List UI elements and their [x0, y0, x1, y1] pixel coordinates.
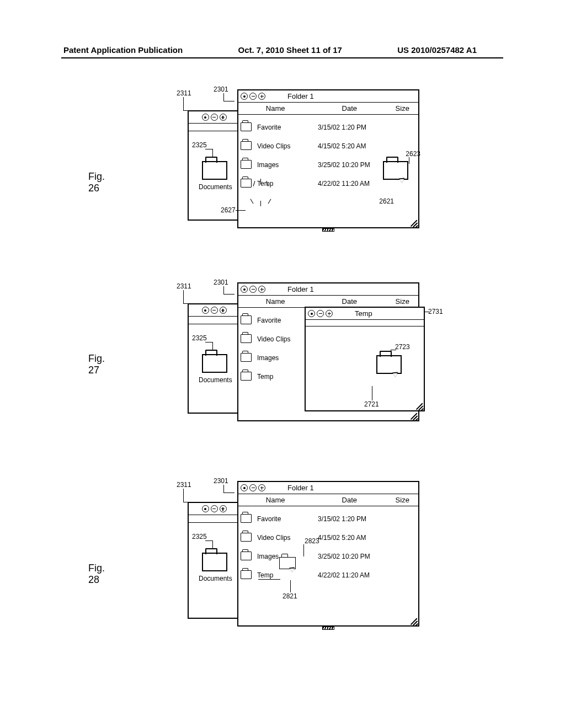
col-size[interactable]: Size: [386, 496, 418, 504]
list-item[interactable]: Favorite 3/15/02 1:20 PM: [241, 510, 416, 528]
minimize-icon[interactable]: [249, 484, 257, 491]
folder-icon: [241, 179, 252, 188]
temp-window[interactable]: Temp: [305, 307, 425, 411]
folder-icon[interactable]: [202, 354, 227, 373]
resize-grip-icon[interactable]: [409, 218, 417, 226]
col-name[interactable]: Name: [238, 297, 312, 306]
col-size[interactable]: Size: [386, 104, 418, 113]
header-left: Patent Application Publication: [63, 45, 183, 55]
ref-2325: 2325: [192, 334, 207, 342]
window-controls[interactable]: [202, 307, 227, 314]
folder-icon: [241, 160, 252, 169]
col-name[interactable]: Name: [238, 104, 312, 113]
folder-icon[interactable]: [202, 553, 227, 571]
window-title: Temp: [355, 309, 372, 318]
ref-2301: 2301: [214, 279, 228, 286]
window-controls[interactable]: [241, 93, 265, 100]
col-date[interactable]: Date: [312, 496, 386, 504]
list-item[interactable]: Temp 4/22/02 11:20 AM: [241, 566, 416, 585]
ref-2821: 2821: [282, 592, 297, 600]
zoom-icon[interactable]: [220, 307, 227, 314]
col-size[interactable]: Size: [386, 297, 418, 306]
folder-icon: [241, 334, 252, 343]
zoom-icon[interactable]: [258, 93, 265, 100]
folder-icon: [241, 372, 252, 381]
window-controls[interactable]: [241, 286, 265, 293]
minimize-icon[interactable]: [211, 114, 218, 121]
ref-2311: 2311: [177, 282, 191, 290]
ref-2301: 2301: [214, 477, 228, 485]
main-window-28[interactable]: Folder 1 Name Date Size Favorite 3/15/02…: [237, 481, 419, 627]
folder-icon: [241, 514, 252, 523]
list-item[interactable]: Video Clips 4/15/02 5:20 AM: [241, 528, 416, 547]
window-controls[interactable]: [241, 484, 265, 491]
ref-2721: 2721: [364, 400, 379, 408]
col-date[interactable]: Date: [312, 104, 386, 113]
window-controls[interactable]: [308, 310, 333, 317]
resize-grip-icon[interactable]: [409, 411, 417, 419]
ref-2311: 2311: [177, 481, 191, 489]
column-header: Name Date Size: [238, 103, 418, 115]
sidebar-window[interactable]: 2325 Documents: [188, 110, 241, 221]
resize-grip-icon[interactable]: [409, 617, 417, 624]
window-title: Folder 1: [287, 484, 314, 492]
minimize-icon[interactable]: [317, 310, 324, 317]
ref-2301: 2301: [214, 85, 228, 93]
close-icon[interactable]: [308, 310, 315, 317]
folder-icon: [241, 533, 252, 542]
ref-2731: 2731: [428, 308, 443, 315]
window-title: Folder 1: [287, 92, 314, 100]
minimize-icon[interactable]: [211, 505, 218, 512]
zoom-icon[interactable]: [258, 286, 265, 293]
list-item[interactable]: Favorite 3/15/02 1:20 PM: [241, 118, 416, 137]
scroll-indicator-icon: [322, 627, 334, 630]
ref-2823: 2823: [305, 537, 319, 545]
folder-icon: [241, 552, 252, 560]
ref-2311: 2311: [177, 89, 191, 97]
folder-icon: [241, 315, 252, 324]
drag-outline-icon: [376, 355, 402, 374]
scroll-indicator-icon: [322, 228, 334, 232]
col-date[interactable]: Date: [312, 297, 386, 306]
sidebar-documents-label: Documents: [199, 376, 232, 384]
zoom-icon[interactable]: [220, 114, 227, 121]
col-name[interactable]: Name: [238, 496, 312, 504]
folder-icon: [241, 353, 252, 362]
folder-icon: [241, 570, 252, 579]
folder-icon: [241, 141, 252, 150]
ref-2325: 2325: [192, 141, 207, 149]
sidebar-window[interactable]: 2325 Documents: [188, 502, 241, 619]
ref-2623: 2623: [406, 150, 420, 158]
close-icon[interactable]: [202, 307, 209, 314]
close-icon[interactable]: [241, 286, 248, 293]
ref-2621: 2621: [379, 197, 394, 205]
close-icon[interactable]: [241, 93, 248, 100]
ref-2627: 2627: [221, 206, 236, 214]
zoom-icon[interactable]: [258, 484, 265, 491]
header-center: Oct. 7, 2010 Sheet 11 of 17: [238, 45, 342, 55]
ref-2723: 2723: [395, 343, 410, 351]
main-window-26[interactable]: Folder 1 Name Date Size Favorite 3/15/02…: [237, 89, 419, 228]
sidebar-documents-label: Documents: [199, 183, 232, 191]
page-header: Patent Application Publication Oct. 7, 2…: [63, 45, 477, 55]
header-right: US 2010/0257482 A1: [397, 45, 477, 55]
window-title: Folder 1: [287, 285, 314, 293]
close-icon[interactable]: [202, 505, 209, 512]
sidebar-documents-label: Documents: [199, 575, 232, 582]
zoom-icon[interactable]: [220, 505, 227, 512]
sidebar-window[interactable]: 2325 Documents: [188, 303, 241, 414]
folder-icon[interactable]: [202, 161, 227, 180]
minimize-icon[interactable]: [249, 93, 257, 100]
window-controls[interactable]: [202, 505, 227, 512]
close-icon[interactable]: [202, 114, 209, 121]
minimize-icon[interactable]: [249, 286, 257, 293]
list-item[interactable]: Video Clips 4/15/02 5:20 AM: [241, 137, 416, 156]
zoom-icon[interactable]: [326, 310, 333, 317]
resize-grip-icon[interactable]: [415, 402, 423, 409]
close-icon[interactable]: [241, 484, 248, 491]
minimize-icon[interactable]: [211, 307, 218, 314]
window-controls[interactable]: [202, 114, 227, 121]
drag-outline-icon: [383, 161, 408, 180]
list-item[interactable]: Images 3/25/02 10:20 PM: [241, 547, 416, 566]
folder-icon: [241, 122, 252, 131]
